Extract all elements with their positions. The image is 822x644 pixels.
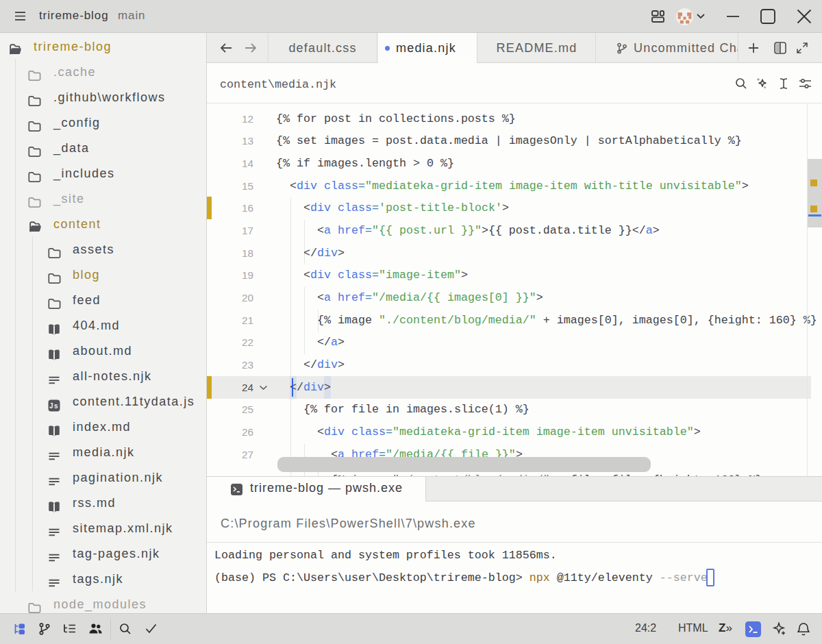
svg-text:Js: Js xyxy=(49,402,59,410)
